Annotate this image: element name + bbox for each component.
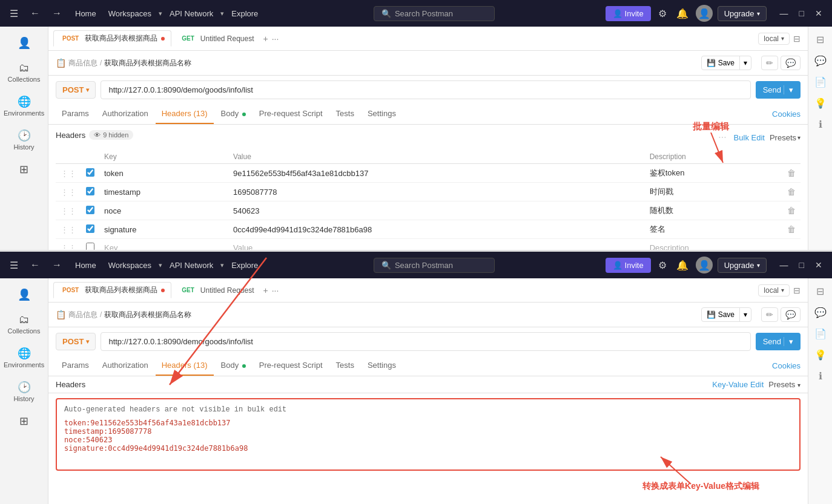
tab-untitled-request-b[interactable]: GET Untitled Request [173,283,260,298]
info-icon-b[interactable]: ℹ [816,368,825,384]
tab-pre-request-b[interactable]: Pre-request Script [253,356,329,376]
send-dropdown-icon[interactable]: ▾ [784,85,793,94]
docs-icon-b[interactable]: 📄 [812,326,829,342]
save-main-b[interactable]: 💾 Save [702,308,739,321]
tab-post-request[interactable]: POST 获取商品列表根据商品 [53,30,171,47]
add-tab-button[interactable]: + [262,33,269,45]
value-cell-5[interactable]: Value [228,239,645,250]
save-button[interactable]: 💾 Save ▾ [701,56,751,70]
search-box-b[interactable]: 🔍 Search Postman [374,258,495,273]
back-button[interactable]: ← [27,5,44,21]
close-button-b[interactable]: ✕ [811,259,826,271]
minimize-button[interactable]: — [776,7,792,19]
desc-cell-5[interactable]: Description [645,239,782,250]
minimize-button-b[interactable]: — [776,259,792,271]
bulk-editor-box[interactable]: Auto-generated headers are not visible i… [56,398,801,471]
cookies-link-b[interactable]: Cookies [772,361,801,370]
bulk-content[interactable]: token:9e11562e553b4f56af43a1e81dcbb137 t… [64,419,792,453]
lightbulb-icon[interactable]: 💡 [812,95,829,111]
tab-authorization[interactable]: Authorization [96,104,154,124]
environment-select-b[interactable]: local ▾ [758,284,790,296]
invite-button[interactable]: 👤 Invite [606,6,651,21]
key-cell-5[interactable]: Key [99,239,228,250]
docs-icon[interactable]: 📄 [812,74,829,90]
more-tabs-button[interactable]: ··· [271,33,280,45]
save-dropdown-icon-b[interactable]: ▾ [739,308,751,321]
tab-params[interactable]: Params [56,104,95,124]
nav-home-b[interactable]: Home [70,258,101,272]
save-dropdown-icon[interactable]: ▾ [739,56,751,70]
drag-handle[interactable]: ⋮⋮ [56,183,81,201]
tab-body-b[interactable]: Body [215,356,252,376]
pencil-button-b[interactable]: ✏ [761,307,778,322]
cookies-link[interactable]: Cookies [772,110,801,119]
upgrade-button[interactable]: Upgrade ▾ [718,6,767,21]
lightbulb-icon-b[interactable]: 💡 [812,347,829,363]
search-box[interactable]: 🔍 Search Postman [374,6,495,21]
info-icon[interactable]: ℹ [816,116,825,133]
send-button[interactable]: Send ▾ [756,81,801,99]
maximize-button-b[interactable]: □ [796,259,808,271]
sidebar-item-account[interactable]: 👤 [3,31,45,54]
row-checkbox-1[interactable] [86,168,94,177]
tab-pre-request[interactable]: Pre-request Script [253,104,329,124]
row-checkbox-3[interactable] [86,206,94,214]
more-options-button[interactable]: ··· [716,129,728,145]
nav-api-network[interactable]: API Network [165,7,218,21]
save-main[interactable]: 💾 Save [702,56,739,70]
hamburger-icon[interactable]: ☰ [6,5,22,22]
sidebar-item-collections[interactable]: 🗂 Collections [3,57,45,88]
tab-headers[interactable]: Headers (13) [156,104,214,124]
panel-icon-1-b[interactable]: ⊟ [814,283,827,299]
sidebar-item-environments-b[interactable]: 🌐 Environments [3,342,45,373]
presets-button-bulk[interactable]: Presets ▾ [768,380,801,389]
nav-workspaces-b[interactable]: Workspaces [104,258,156,272]
tab-authorization-b[interactable]: Authorization [96,356,154,376]
sidebar-item-collections-b[interactable]: 🗂 Collections [3,309,45,339]
tab-body[interactable]: Body [215,104,252,124]
bulk-editor[interactable]: Auto-generated headers are not visible i… [48,393,808,504]
url-input-b[interactable] [101,332,750,351]
hamburger-icon-b[interactable]: ☰ [6,257,22,273]
comment-button[interactable]: 💬 [781,56,801,70]
add-tab-button-b[interactable]: + [262,284,269,296]
tab-settings-b[interactable]: Settings [362,356,402,376]
comments-icon-b[interactable]: 💬 [812,304,829,321]
delete-row-4[interactable]: 🗑 [787,224,796,234]
nav-explore-b[interactable]: Explore [226,258,263,272]
drag-handle[interactable]: ⋮⋮ [56,239,81,250]
drag-handle[interactable]: ⋮⋮ [56,164,81,183]
nav-explore[interactable]: Explore [226,7,263,21]
bulk-edit-button[interactable]: Bulk Edit [734,133,765,142]
tab-headers-b[interactable]: Headers (13) [156,356,214,376]
key-value-edit-button[interactable]: Key-Value Edit [712,380,764,389]
sidebar-item-history[interactable]: 🕑 History [3,124,45,155]
settings-icon[interactable]: ⚙ [656,5,669,22]
method-select[interactable]: POST ▾ [56,81,96,99]
tab-tests-b[interactable]: Tests [330,356,360,376]
tab-post-request-b[interactable]: POST 获取商品列表根据商品 [53,282,171,298]
tab-tests[interactable]: Tests [330,104,360,124]
pencil-button[interactable]: ✏ [761,56,778,70]
row-checkbox-5[interactable] [86,243,94,250]
settings-icon-b[interactable]: ⚙ [656,257,669,273]
sidebar-item-account-b[interactable]: 👤 [3,283,45,306]
drag-handle[interactable]: ⋮⋮ [56,220,81,239]
send-dropdown-icon-b[interactable]: ▾ [784,337,793,346]
url-input[interactable] [101,80,750,99]
upgrade-button-b[interactable]: Upgrade ▾ [718,258,767,273]
comments-icon[interactable]: 💬 [812,53,829,69]
view-toggle-button-b[interactable]: ⊟ [791,283,803,298]
delete-row-1[interactable]: 🗑 [787,168,796,178]
more-tabs-button-b[interactable]: ··· [271,284,280,296]
back-button-b[interactable]: ← [27,257,44,273]
maximize-button[interactable]: □ [796,7,808,19]
forward-button-b[interactable]: → [48,257,65,273]
sidebar-item-grid-b[interactable]: ⊞ [3,410,45,433]
send-button-b[interactable]: Send ▾ [756,333,801,350]
avatar[interactable]: 👤 [696,5,713,22]
delete-row-3[interactable]: 🗑 [787,206,796,215]
invite-button-b[interactable]: 👤 Invite [606,258,651,273]
presets-button[interactable]: Presets ▾ [770,133,801,142]
avatar-b[interactable]: 👤 [696,257,713,273]
